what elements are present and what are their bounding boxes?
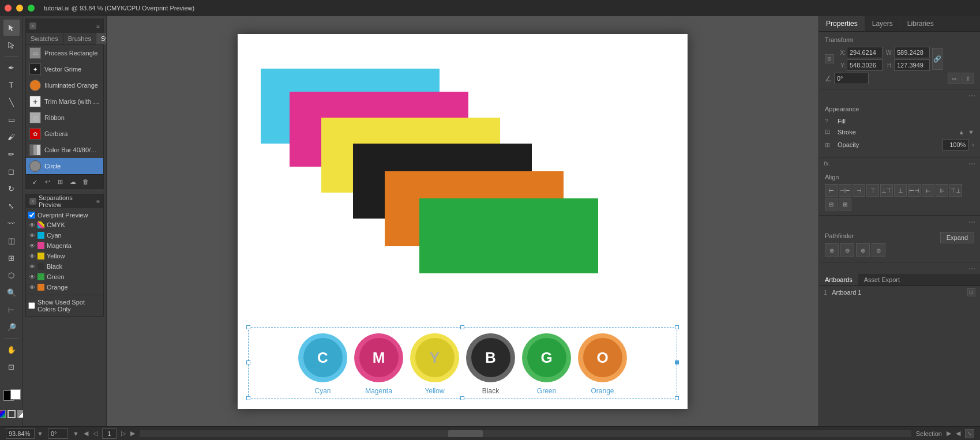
direct-selection-tool[interactable] [3,37,20,53]
unite-btn[interactable]: ⊕ [825,243,839,257]
distribute-bottom-btn[interactable]: ⊞ [839,198,851,210]
artboard-edit-icon[interactable]: ⊡ [967,288,975,296]
zoom-input[interactable] [6,428,35,439]
symbol-list-item[interactable]: Color Bar 40/80/100 [26,142,103,158]
intersect-btn[interactable]: ⊗ [856,243,870,257]
tab-asset-export[interactable]: Asset Export [858,274,906,285]
canvas-area[interactable]: CCyanMMagentaYYellowBBlackGGreenOOrange [107,16,818,426]
align-top-btn[interactable]: ⊤ [866,184,879,197]
distribute-left-btn[interactable]: ⊢⊣ [908,184,921,197]
maximize-button[interactable] [28,5,35,12]
visibility-icon[interactable]: 👁 [29,232,35,239]
exclude-btn[interactable]: ⊘ [872,243,885,257]
w-input[interactable] [894,47,930,58]
tab-libraries[interactable]: Libraries [900,16,941,31]
visibility-icon[interactable]: 👁 [29,253,35,260]
symbol-list-item[interactable]: ✿Gerbera [26,126,103,142]
symbols-panel-close[interactable]: × [29,22,36,29]
mesh-tool[interactable]: ⊞ [3,250,20,266]
tab-artboards[interactable]: Artboards [819,274,858,285]
align-bottom-btn[interactable]: ⊥ [894,184,907,197]
rotation-chevron[interactable]: ▼ [73,430,79,437]
align-hcenter-btn[interactable]: ⊣⊢ [839,184,851,197]
eraser-tool[interactable]: ◻ [3,163,20,179]
tab-layers[interactable]: Layers [865,16,900,31]
zoom-tool[interactable]: 🔎 [3,319,20,335]
overprint-checkbox[interactable] [28,212,35,219]
pen-tool[interactable]: ✒ [3,59,20,76]
page-input[interactable] [102,428,117,439]
distribute-right-btn[interactable]: ⊫ [936,184,948,197]
tab-swatches[interactable]: Swatches [26,33,63,44]
align-right-btn[interactable]: ⊣ [853,184,865,197]
symbol-list-item[interactable]: ▭Process Rectangle [26,45,103,61]
scale-tool[interactable]: ⤡ [3,198,20,214]
tab-properties[interactable]: Properties [819,16,865,31]
align-left-btn[interactable]: ⊢ [825,184,838,197]
horizontal-scrollbar[interactable] [140,430,911,437]
sep-panel-close[interactable]: × [29,198,36,205]
visibility-icon[interactable]: 👁 [29,222,35,228]
type-tool[interactable]: T [3,77,20,93]
warp-tool[interactable]: 〰 [3,215,20,231]
symbol-list-item[interactable]: ✦Vector Grime [26,61,103,77]
measure-tool[interactable]: ⊢ [3,302,20,318]
rotation-input[interactable] [48,428,68,439]
visibility-icon[interactable]: 👁 [29,264,35,270]
minus-front-btn[interactable]: ⊖ [840,243,854,257]
symbol-list-item[interactable]: ◎Ribbon [26,110,103,126]
status-arrow-btn[interactable]: ▶ [947,430,951,437]
y-input[interactable] [847,59,883,71]
symbol-list-item[interactable]: Circle [26,158,103,174]
opacity-input[interactable] [943,139,968,151]
distribute-vcenter-btn[interactable]: ⊟ [825,198,838,210]
minimize-button[interactable] [16,5,23,12]
distribute-hcenter-btn[interactable]: ⫦ [922,184,934,197]
last-page-btn[interactable]: ▶ [130,430,135,437]
h-input[interactable] [894,59,930,71]
eyedropper-tool[interactable]: 🔍 [3,284,20,300]
sep-panel-expand[interactable]: ≡ [96,198,100,205]
gradient-tool[interactable]: ◫ [3,232,20,249]
status-end-btn[interactable]: ◀ [956,430,960,437]
line-tool[interactable]: ╲ [3,94,20,110]
delete-symbol-btn[interactable]: 🗑 [80,176,91,187]
next-page-btn[interactable]: ▷ [121,430,126,437]
symbol-list-item[interactable]: +Trim Marks (with 9-Slice) [26,93,103,110]
x-input[interactable] [847,47,883,58]
align-more-icon[interactable]: ··· [968,217,975,226]
tab-symbols[interactable]: Symbols [96,33,107,44]
artboard-tool[interactable]: ⊡ [3,359,20,375]
pathfinder-more-icon[interactable]: ··· [968,264,975,273]
resize-handle[interactable]: ⤡ [965,429,974,438]
hand-tool[interactable]: ✋ [3,341,20,358]
spot-colors-checkbox[interactable] [28,302,35,309]
break-link-btn[interactable]: ↩ [42,176,52,187]
rectangle-tool[interactable]: ▭ [3,111,20,127]
symbol-list-item[interactable]: Illuminated Orange [26,77,103,93]
zoom-chevron[interactable]: ▼ [37,430,43,437]
distribute-top-btn[interactable]: ⊤⊥ [949,184,962,197]
visibility-icon[interactable]: 👁 [29,274,35,280]
flip-v-btn[interactable]: ⇕ [962,73,974,84]
visibility-icon[interactable]: 👁 [29,243,35,249]
rotate-input[interactable] [834,73,869,84]
symbol-options-btn[interactable]: ⊞ [55,176,65,187]
scrollbar-thumb[interactable] [448,430,483,437]
expand-btn[interactable]: Expand [940,232,974,243]
stroke-swatch[interactable] [10,389,21,400]
appearance-more-icon[interactable]: ··· [968,159,975,168]
close-button[interactable] [5,5,12,12]
new-symbol-btn[interactable]: ☁ [67,176,78,187]
link-proportional-icon[interactable]: 🔗 [932,48,943,70]
visibility-icon[interactable]: 👁 [29,284,35,291]
panel-expand[interactable]: ≡ [96,23,100,29]
paintbrush-tool[interactable]: 🖌 [3,129,20,145]
selection-tool[interactable] [3,20,20,36]
flip-h-btn[interactable]: ⇔ [948,73,960,84]
pencil-tool[interactable]: ✏ [3,146,20,162]
prev-page-btn[interactable]: ◀ [84,430,88,437]
align-vcenter-btn[interactable]: ⊥⊤ [880,184,893,197]
first-page-btn[interactable]: ◁ [93,430,97,437]
place-symbol-btn[interactable]: ↙ [29,176,40,187]
